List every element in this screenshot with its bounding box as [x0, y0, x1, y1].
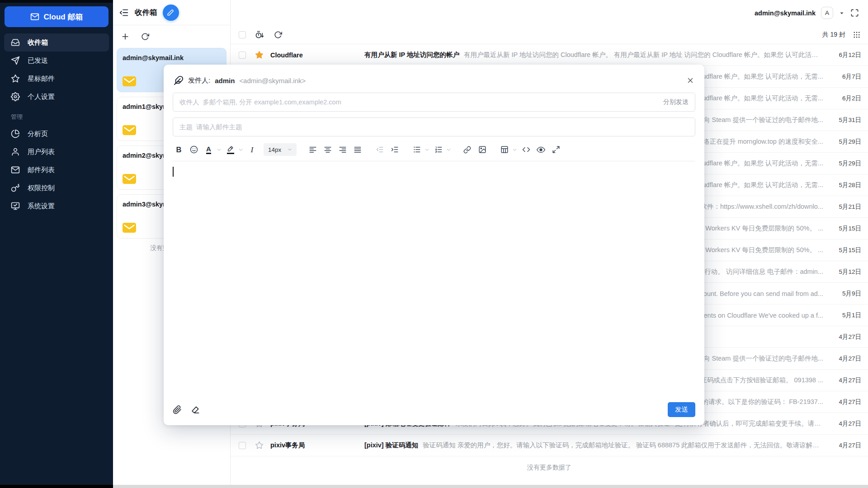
- select-all-checkbox[interactable]: [239, 31, 246, 38]
- sidebar-item-label: 分析页: [28, 130, 48, 138]
- sidebar-item-starred[interactable]: 星标邮件: [4, 70, 109, 88]
- list-toolbar: 共 19 封: [231, 26, 868, 44]
- sidebar-item-label: 已发送: [28, 56, 48, 65]
- highlight-icon[interactable]: [224, 143, 236, 156]
- align-right-icon[interactable]: [336, 143, 349, 156]
- from-address: <admin@skymail.ink>: [239, 77, 306, 84]
- panel-title: 收件箱: [135, 8, 157, 18]
- preview-eye-icon[interactable]: [535, 143, 547, 156]
- sidebar-item-users[interactable]: 用户列表: [4, 143, 109, 161]
- user-icon: [11, 147, 20, 156]
- sidebar-top-strip: [0, 0, 113, 3]
- code-icon[interactable]: [520, 143, 532, 156]
- envelope-badge-icon: [123, 174, 136, 184]
- link-icon[interactable]: [461, 143, 473, 156]
- top-header: admin@skymail.ink A: [231, 0, 868, 26]
- refresh-icon[interactable]: [274, 31, 282, 39]
- editor-toolbar: B A I 14px: [173, 143, 695, 161]
- send-separately-button[interactable]: 分别发送: [663, 98, 689, 106]
- caret-down-icon[interactable]: [839, 10, 845, 16]
- fullscreen-icon[interactable]: [850, 9, 859, 17]
- editor-fullscreen-icon[interactable]: [550, 143, 562, 156]
- italic-icon[interactable]: I: [246, 143, 258, 156]
- ordered-list-icon[interactable]: [432, 143, 444, 156]
- sidebar-item-analytics[interactable]: 分析页: [4, 125, 109, 143]
- sidebar: Cloud 邮箱 收件箱已发送星标邮件个人设置 管理 分析页用户列表邮件列表权限…: [0, 0, 113, 488]
- sidebar-item-system-settings[interactable]: 系统设置: [4, 197, 109, 215]
- envelope-badge-icon: [123, 125, 136, 135]
- font-color-icon[interactable]: A: [203, 143, 215, 156]
- collapse-sidebar-icon[interactable]: [119, 8, 129, 18]
- mail-preview: 验证码通知 亲爱的用户，您好。请输入以下验证码，完成邮箱地址验证。 验证码 68…: [423, 441, 823, 450]
- align-justify-icon[interactable]: [351, 143, 363, 156]
- add-account-icon[interactable]: [121, 32, 130, 41]
- outdent-icon[interactable]: [373, 143, 386, 156]
- mail-date: 5月15日: [829, 246, 861, 254]
- sidebar-item-permissions[interactable]: 权限控制: [4, 179, 109, 197]
- align-left-icon[interactable]: [307, 143, 319, 156]
- editor-body[interactable]: [173, 161, 695, 402]
- bold-icon[interactable]: B: [173, 143, 185, 156]
- grid-view-icon[interactable]: [853, 31, 861, 39]
- attachment-icon[interactable]: [173, 405, 182, 414]
- sidebar-item-inbox[interactable]: 收件箱: [4, 33, 109, 52]
- mail-icon: [11, 165, 20, 174]
- sidebar-item-label: 星标邮件: [28, 75, 55, 83]
- close-icon[interactable]: [686, 76, 694, 84]
- system-icon: [11, 202, 20, 211]
- emoji-icon[interactable]: [188, 143, 200, 156]
- sidebar-item-label: 个人设置: [28, 93, 55, 101]
- pencil-icon: [167, 9, 175, 16]
- mail-sender: Cloudflare: [270, 52, 364, 59]
- ordered-list-dropdown-icon[interactable]: [446, 147, 451, 152]
- send-icon: [11, 56, 20, 65]
- list-no-more-text: 没有更多数据了: [231, 456, 868, 479]
- mail-date: 6月12日: [829, 51, 861, 59]
- font-size-select[interactable]: 14px: [264, 143, 297, 156]
- indent-icon[interactable]: [388, 143, 401, 156]
- bullet-list-dropdown-icon[interactable]: [425, 147, 429, 152]
- mail-date: 4月27日: [829, 333, 861, 341]
- mail-date: 5月21日: [829, 203, 861, 211]
- envelope-badge-icon: [123, 223, 136, 233]
- recipient-input[interactable]: [179, 99, 663, 106]
- row-checkbox[interactable]: [239, 442, 246, 449]
- sidebar-item-label: 系统设置: [28, 202, 55, 211]
- sidebar-item-mail-list[interactable]: 邮件列表: [4, 161, 109, 179]
- mail-date: 6月2日: [829, 94, 861, 103]
- table-dropdown-icon[interactable]: [512, 147, 517, 152]
- refresh-icon[interactable]: [141, 33, 149, 41]
- text-caret: [173, 167, 174, 177]
- avatar[interactable]: A: [821, 7, 833, 19]
- sidebar-nav: 收件箱已发送星标邮件个人设置 管理 分析页用户列表邮件列表权限控制系统设置: [4, 33, 109, 215]
- inbox-icon: [11, 38, 20, 47]
- subject-input[interactable]: [179, 123, 689, 131]
- brand-label: Cloud 邮箱: [44, 12, 83, 22]
- table-icon[interactable]: [498, 143, 510, 156]
- eraser-icon[interactable]: [191, 405, 200, 414]
- font-color-dropdown-icon[interactable]: [217, 147, 222, 152]
- compose-button[interactable]: [163, 5, 179, 21]
- image-icon[interactable]: [476, 143, 488, 156]
- sidebar-item-label: 权限控制: [28, 184, 55, 192]
- mail-date: 5月15日: [829, 225, 861, 233]
- star-outline-icon[interactable]: [255, 441, 264, 450]
- sort-by-time-icon[interactable]: [255, 30, 264, 39]
- brand-button[interactable]: Cloud 邮箱: [5, 6, 108, 27]
- bullet-list-icon[interactable]: [410, 143, 423, 156]
- sidebar-bottom-strip: [0, 485, 113, 488]
- mail-date: 4月27日: [829, 420, 861, 428]
- sidebar-item-personal-settings[interactable]: 个人设置: [4, 88, 109, 106]
- pie-chart-icon: [11, 129, 20, 138]
- recipient-row: 分别发送: [173, 93, 695, 112]
- sidebar-item-sent[interactable]: 已发送: [4, 52, 109, 70]
- mail-row[interactable]: pixiv事务局[pixiv] 验证码通知验证码通知 亲爱的用户，您好。请输入以…: [231, 435, 868, 456]
- highlight-dropdown-icon[interactable]: [238, 147, 243, 152]
- align-center-icon[interactable]: [321, 143, 334, 156]
- mail-date: 4月27日: [829, 376, 861, 385]
- mail-row[interactable]: Cloudflare有用户从新 IP 地址访问您的帐户有用户最近从新 IP 地址…: [231, 44, 868, 66]
- row-checkbox[interactable]: [239, 52, 246, 59]
- mail-subject: [pixiv] 验证码通知: [364, 441, 418, 450]
- star-filled-icon[interactable]: [255, 51, 264, 59]
- send-button[interactable]: 发送: [668, 402, 695, 417]
